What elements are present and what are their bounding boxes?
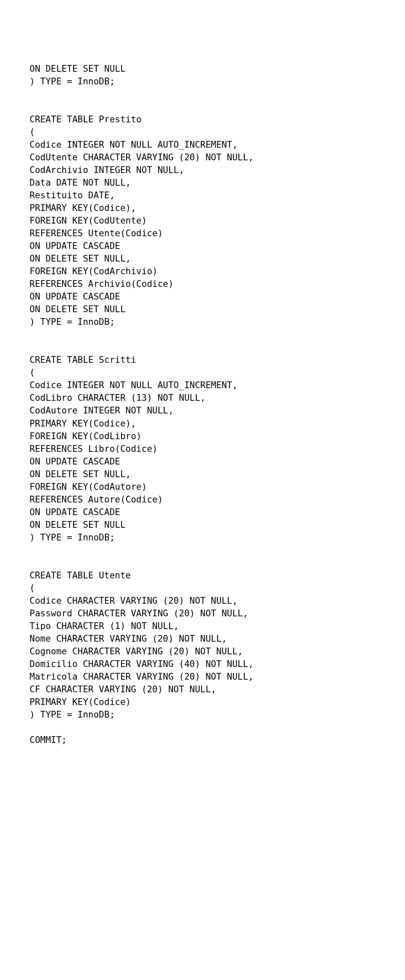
sql-code-block: ON DELETE SET NULL ) TYPE = InnoDB; CREA… xyxy=(30,62,375,746)
